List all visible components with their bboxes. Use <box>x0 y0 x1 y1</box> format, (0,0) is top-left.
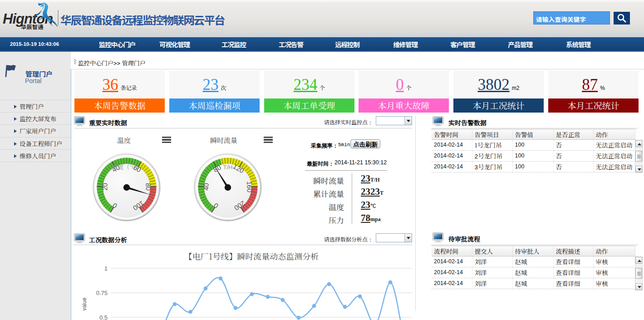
svg-text:0.5: 0.5 <box>99 314 108 320</box>
svg-text:1: 1 <box>104 265 108 272</box>
svg-text:160: 160 <box>246 181 254 193</box>
svg-text:0.75: 0.75 <box>96 290 108 296</box>
svg-text:【电厂1号线】瞬时流量动态监测分析: 【电厂1号线】瞬时流量动态监测分析 <box>184 250 319 262</box>
svg-text:40: 40 <box>202 183 210 191</box>
svg-text:T/H: T/H <box>223 162 233 171</box>
svg-text:20: 20 <box>101 183 109 191</box>
svg-text:80: 80 <box>144 183 152 191</box>
svg-text:value: value <box>81 297 88 310</box>
svg-text:温度（℃）: 温度（℃） <box>112 162 141 171</box>
